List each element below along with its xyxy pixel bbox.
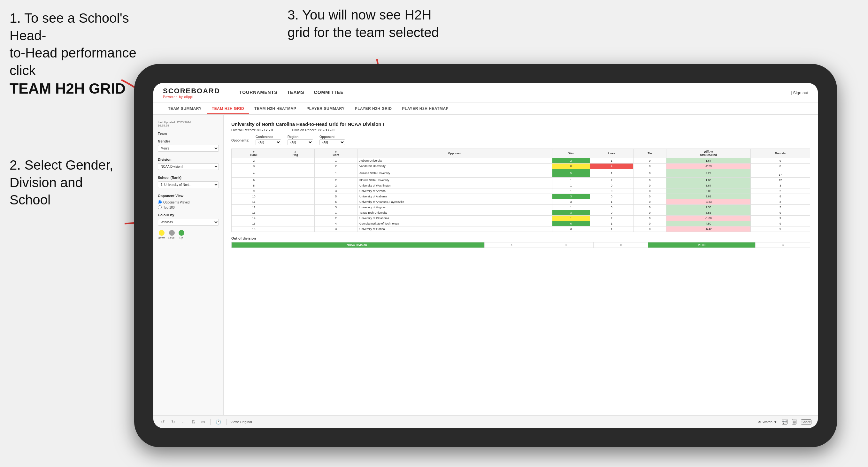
ood-name: NCAA Division II — [231, 243, 485, 248]
cell-loss: 2 — [590, 178, 633, 183]
cell-rounds: 12 — [750, 178, 810, 183]
cell-diff: 4.50 — [666, 221, 751, 226]
cell-win: 1 — [552, 188, 590, 194]
cell-conf: 2 — [315, 216, 358, 221]
logo-sub: Powered by clippi — [163, 95, 193, 99]
annotation-3-line2: grid for the team selected — [287, 25, 439, 40]
cell-rank: 11 — [231, 199, 276, 205]
filter-row: Opponents: Conference (All) Region (All) — [231, 135, 810, 145]
cell-diff: -2.29 — [666, 163, 751, 169]
table-row: 11 6 University of Arkansas, Fayettevill… — [231, 199, 810, 205]
cell-win: 3 — [552, 226, 590, 232]
toolbar-right: 👁 Watch ▼ 💬 ▦ Share — [758, 419, 811, 425]
cut-btn[interactable]: ✂ — [200, 419, 206, 425]
region-filter-select[interactable]: (All) — [287, 139, 313, 145]
ood-rounds: 3 — [755, 243, 810, 248]
copy-btn[interactable]: ⎘ — [191, 419, 196, 425]
cell-tie: 0 — [633, 188, 666, 194]
table-row: 4 1 Arizona State University 5 1 0 2.29 … — [231, 169, 810, 178]
present-btn[interactable]: ▦ — [792, 419, 797, 425]
colour-by-label: Colour by — [158, 213, 219, 217]
sub-nav-player-summary[interactable]: PLAYER SUMMARY — [301, 104, 349, 114]
col-rounds: Rounds — [750, 149, 810, 158]
ood-loss: 0 — [539, 243, 594, 248]
grid-records: Overall Record: 89 - 17 - 0 Division Rec… — [231, 128, 810, 132]
sign-out[interactable]: | Sign out — [791, 90, 808, 95]
nav-committee[interactable]: COMMITTEE — [314, 89, 344, 97]
cell-rounds: 9 — [750, 216, 810, 221]
cell-rounds: 3 — [750, 183, 810, 188]
gender-select[interactable]: Men's — [158, 145, 219, 152]
watch-btn[interactable]: 👁 Watch ▼ — [758, 420, 777, 424]
grid-area: University of North Carolina Head-to-Hea… — [224, 115, 818, 415]
opponent-view-label: Opponent View — [158, 194, 219, 198]
opponent-filter-select[interactable]: (All) — [319, 139, 345, 145]
cell-reg — [276, 178, 315, 183]
annotation-2-line1: 2. Select Gender, — [9, 157, 114, 173]
colour-dot-up — [179, 230, 184, 236]
cell-rank: 2 — [231, 158, 276, 163]
cell-reg — [276, 216, 315, 221]
bottom-toolbar: ↺ ↻ ← ⎘ ✂ 🕐 View: Original 👁 Watch ▼ 💬 ▦… — [153, 415, 818, 428]
nav-teams[interactable]: TEAMS — [287, 89, 305, 97]
conference-filter-select[interactable]: (All) — [255, 139, 281, 145]
tablet-device: SCOREBOARD Powered by clippi TOURNAMENTS… — [134, 64, 837, 447]
main-content: Last Updated: 27/03/2024 16:55:38 Team G… — [153, 115, 818, 415]
cell-conf: 3 — [315, 205, 358, 210]
cell-conf: 4 — [315, 221, 358, 226]
sub-nav-team-h2h-grid[interactable]: TEAM H2H GRID — [207, 104, 249, 114]
division-select[interactable]: NCAA Division I — [158, 163, 219, 170]
colour-legend: Down Level Up — [158, 230, 219, 240]
cell-conf: 2 — [315, 183, 358, 188]
share-btn[interactable]: Share — [801, 419, 811, 425]
undo-btn[interactable]: ↺ — [160, 419, 166, 425]
redo-btn[interactable]: ↻ — [170, 419, 176, 425]
cell-tie: 0 — [633, 226, 666, 232]
cell-reg — [276, 158, 315, 163]
cell-win: 1 — [552, 183, 590, 188]
cell-win: 0 — [552, 163, 590, 169]
radio-top100[interactable]: Top 100 — [158, 206, 219, 209]
cell-diff: -6.42 — [666, 226, 751, 232]
cell-rounds: 9 — [750, 158, 810, 163]
back-btn[interactable]: ← — [180, 419, 187, 425]
cell-loss: 1 — [590, 226, 633, 232]
gender-label: Gender — [158, 139, 219, 143]
ood-tie: 0 — [594, 243, 648, 248]
cell-loss: 0 — [590, 188, 633, 194]
clock-btn[interactable]: 🕐 — [214, 419, 222, 425]
cell-reg — [276, 163, 315, 169]
cell-reg — [276, 210, 315, 216]
sub-nav-team-summary[interactable]: TEAM SUMMARY — [163, 104, 207, 114]
sub-nav-player-h2h-grid[interactable]: PLAYER H2H GRID — [350, 104, 397, 114]
sub-nav-team-h2h-heatmap[interactable]: TEAM H2H HEATMAP — [249, 104, 301, 114]
cell-reg — [276, 169, 315, 178]
cell-tie: 0 — [633, 210, 666, 216]
colour-by-select[interactable]: Win/loss — [158, 219, 219, 225]
h2h-table: #Rank #Reg #Conf Opponent Win Loss Tie D… — [231, 149, 810, 232]
cell-loss: 4 — [590, 163, 633, 169]
cell-rounds: 3 — [750, 199, 810, 205]
annotation-3: 3. You will now see H2H grid for the tea… — [287, 6, 466, 41]
sub-nav-player-h2h-heatmap[interactable]: PLAYER H2H HEATMAP — [397, 104, 454, 114]
radio-opponents-played[interactable]: Opponents Played — [158, 200, 219, 204]
table-row: 16 3 University of Florida 3 1 0 -6.42 9 — [231, 226, 810, 232]
nav-tournaments[interactable]: TOURNAMENTS — [239, 89, 278, 97]
cell-opponent: Georgia Institute of Technology — [357, 221, 552, 226]
col-diff: Diff AvStrokes/Rnd — [666, 149, 751, 158]
cell-reg — [276, 226, 315, 232]
cell-win: 3 — [552, 210, 590, 216]
cell-win: 2 — [552, 158, 590, 163]
colour-level: Level — [168, 230, 176, 240]
cell-win: 6 — [552, 221, 590, 226]
cell-opponent: University of Florida — [357, 226, 552, 232]
cell-diff: -4.33 — [666, 199, 751, 205]
cell-diff: 9.00 — [666, 188, 751, 194]
cell-opponent: University of Virginia — [357, 205, 552, 210]
cell-rank: 16 — [231, 226, 276, 232]
comment-btn[interactable]: 💬 — [782, 419, 787, 425]
region-filter-label: Region — [287, 135, 313, 138]
cell-loss: 0 — [590, 194, 633, 199]
school-select[interactable]: 1. University of Nort... — [158, 181, 219, 188]
cell-win: 1 — [552, 205, 590, 210]
